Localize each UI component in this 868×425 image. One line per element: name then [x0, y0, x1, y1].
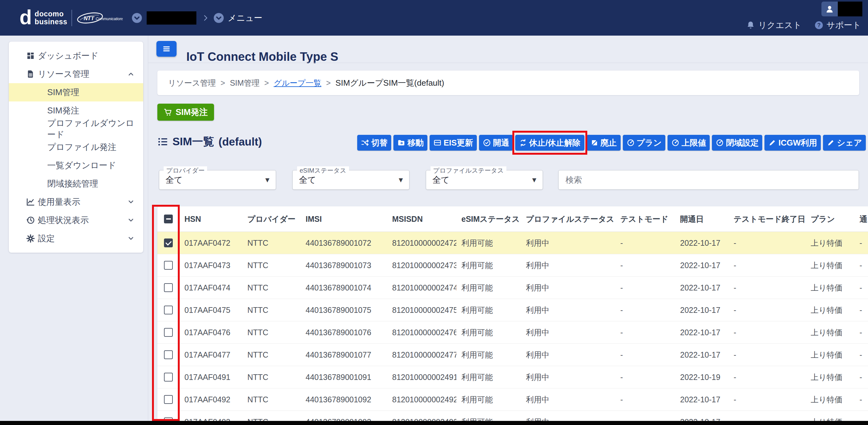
row-checkbox[interactable]: [164, 261, 173, 270]
list-icon: [157, 136, 168, 147]
request-link[interactable]: リクエスト: [746, 20, 802, 31]
row-checkbox-cell: [157, 328, 179, 337]
support-link[interactable]: サポート: [814, 20, 861, 31]
user-button[interactable]: [822, 2, 838, 17]
page-title: IoT Connect Mobile Type S: [186, 50, 338, 64]
sidebar-item-label: 使用量表示: [38, 196, 80, 208]
navbar-links: リクエスト サポート: [746, 20, 861, 31]
table-row[interactable]: 017AAF0491NTTC44013678900109181201000000…: [157, 366, 868, 389]
cell: 上り特価: [806, 283, 855, 293]
sidebar-toggle-button[interactable]: [156, 41, 177, 57]
sidebar-item-profile-order[interactable]: プロファイル発注: [9, 138, 143, 156]
menu-dropdown-icon[interactable]: [213, 12, 225, 24]
cell: 利用中: [521, 260, 615, 271]
docomo-business-logo: docomo business: [35, 10, 67, 26]
sidebar-item-sim-order[interactable]: SIM発注: [9, 102, 143, 120]
action-button-suspend-resume[interactable]: 休止/休止解除: [515, 135, 584, 150]
user-area: [822, 2, 862, 17]
cell: -: [855, 238, 868, 248]
top-navbar: d docomo business NTT Communications メニュ…: [0, 0, 868, 36]
sidebar-item-list-download[interactable]: 一覧ダウンロード: [9, 156, 143, 174]
search-input[interactable]: [558, 170, 859, 190]
action-button-move[interactable]: 移動: [394, 135, 427, 150]
row-checkbox[interactable]: [164, 395, 173, 404]
sidebar-item-profile-download[interactable]: プロファイルダウンロード: [9, 120, 143, 138]
breadcrumb-item[interactable]: グループ一覧: [274, 78, 321, 88]
pencil-icon: [827, 139, 835, 147]
row-checkbox[interactable]: [164, 373, 173, 381]
table-row[interactable]: 017AAF0492NTTC44013678900109281201000000…: [157, 389, 868, 411]
action-button-closed-network-setting[interactable]: 閉域設定: [712, 135, 762, 150]
column-header: プラン: [806, 214, 855, 224]
cell: 上り特価: [806, 394, 855, 405]
cell: 440136789001074: [301, 283, 387, 292]
esim-status-filter[interactable]: eSIMステータス全て▼: [292, 170, 409, 190]
row-checkbox[interactable]: [164, 238, 173, 247]
cart-icon: [164, 108, 173, 117]
cell: NTTC: [242, 328, 301, 337]
action-button-switch[interactable]: 切替: [357, 135, 391, 150]
breadcrumb-item: リソース管理: [168, 78, 216, 88]
sidebar-item-resource-management[interactable]: リソース管理: [9, 65, 143, 83]
menu-label[interactable]: メニュー: [228, 12, 262, 24]
action-button-deactivate[interactable]: 廃止: [587, 135, 621, 150]
action-button-label: 開通: [493, 137, 509, 148]
row-checkbox[interactable]: [164, 283, 173, 292]
cell: 上り特価: [806, 238, 855, 248]
row-checkbox[interactable]: [164, 418, 173, 421]
action-button-share[interactable]: シェア: [823, 135, 866, 150]
action-button-eis-update[interactable]: EIS更新: [430, 135, 477, 150]
redacted-user-name: [838, 2, 862, 17]
sim-order-button[interactable]: SIM発注: [157, 104, 214, 121]
cell: -: [615, 261, 675, 270]
select-all-checkbox[interactable]: [164, 215, 173, 223]
action-button-plan[interactable]: プラン: [623, 135, 665, 150]
provider-filter[interactable]: プロバイダー全て▼: [159, 170, 276, 190]
cell: 上り特価: [806, 350, 855, 360]
row-checkbox[interactable]: [164, 306, 173, 314]
row-checkbox-cell: [157, 261, 179, 270]
sidebar-item-sim-management[interactable]: SIM管理: [9, 83, 143, 102]
row-checkbox[interactable]: [164, 350, 173, 359]
table-row[interactable]: 017AAF0474NTTC44013678900107481201000000…: [157, 277, 868, 299]
gauge-icon: [671, 139, 680, 147]
question-icon: [814, 21, 824, 30]
sync-icon: [519, 139, 527, 147]
table-row[interactable]: 017AAF0473NTTC44013678900107381201000000…: [157, 254, 868, 277]
account-dropdown-icon[interactable]: [131, 12, 143, 24]
cell: 2022-10-17: [675, 418, 728, 421]
caret-down-icon: ▼: [532, 177, 536, 183]
table-row[interactable]: 017AAF0475NTTC44013678900107581201000000…: [157, 299, 868, 321]
sidebar-item-label: プロファイルダウンロード: [47, 117, 135, 140]
table-row[interactable]: 017AAF0476NTTC44013678900107681201000000…: [157, 321, 868, 344]
sidebar-item-processing-status[interactable]: 処理状況表示: [9, 211, 143, 229]
table-row[interactable]: 017AAF0477NTTC44013678900107781201000000…: [157, 344, 868, 366]
cell: -: [615, 283, 675, 292]
row-checkbox[interactable]: [164, 328, 173, 337]
table-row[interactable]: 017AAF0493NTTC44013678900109381201000000…: [157, 411, 868, 421]
column-header: プロバイダー: [242, 214, 301, 224]
sidebar-item-label: 処理状況表示: [38, 215, 89, 226]
table-body: 017AAF0472NTTC44013678900107281201000000…: [157, 232, 868, 421]
action-button-upper-limit[interactable]: 上限値: [668, 135, 710, 150]
profile-status-filter[interactable]: プロファイルステータス全て▼: [426, 170, 543, 190]
cell: 2022-10-17: [675, 306, 728, 315]
cell: NTTC: [242, 418, 301, 421]
action-button-activate[interactable]: 開通: [479, 135, 513, 150]
sidebar-item-closed-network-management[interactable]: 閉域接続管理: [9, 174, 143, 193]
cell: 利用中: [521, 305, 615, 315]
cell: 上り特価: [806, 372, 855, 382]
table-row[interactable]: 017AAF0472NTTC44013678900107281201000000…: [157, 232, 868, 254]
bell-icon: [746, 21, 755, 30]
sidebar: ダッシュボードリソース管理SIM管理SIM発注プロファイルダウンロードプロファイ…: [9, 41, 143, 253]
cell: 440136789001077: [301, 350, 387, 360]
action-button-icgw-use[interactable]: ICGW利用: [765, 135, 821, 150]
sidebar-item-label: SIM管理: [47, 87, 79, 98]
sidebar-item-settings[interactable]: 設定: [9, 229, 143, 248]
row-checkbox-cell: [157, 373, 179, 381]
sidebar-item-dashboard[interactable]: ダッシュボード: [9, 47, 143, 65]
discard-icon: [590, 139, 598, 147]
cell: 812010000002476: [387, 328, 456, 337]
cell: 利用可能: [456, 350, 521, 360]
sidebar-item-usage-display[interactable]: 使用量表示: [9, 193, 143, 211]
